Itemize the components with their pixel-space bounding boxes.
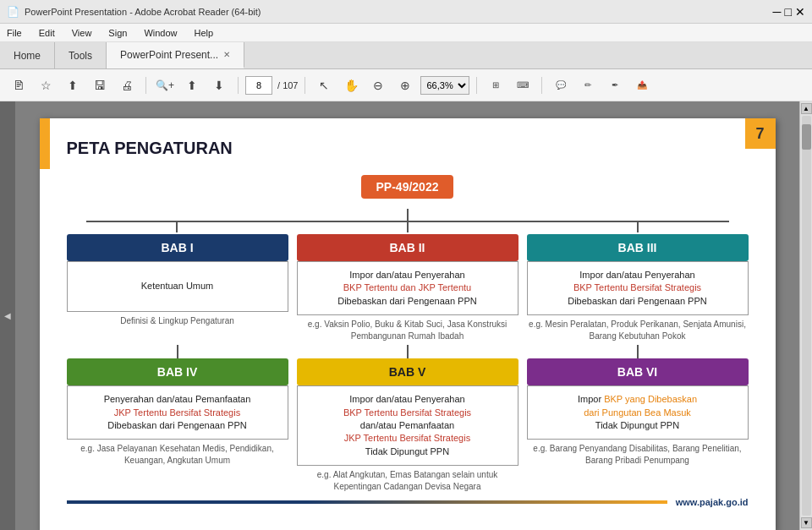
bab4-content: Penyerahan dan/atau Pemanfaatan JKP Tert… <box>67 385 288 440</box>
menu-bar: File Edit View Sign Window Help <box>0 24 812 42</box>
bab5-content: Impor dan/atau Penyerahan BKP Tertentu B… <box>297 385 518 466</box>
new-button[interactable]: 🖹 <box>7 74 30 96</box>
bab6-col: BAB VI Impor BKP yang Dibebaskan dari Pu… <box>527 358 749 492</box>
zoom-in-button[interactable]: 🔍+ <box>153 74 177 96</box>
menu-sign[interactable]: Sign <box>105 28 130 38</box>
share-button[interactable]: 📤 <box>630 74 654 96</box>
next-page-button[interactable]: ⬇ <box>207 74 231 96</box>
bab1-content: Ketentuan Umum <box>67 261 288 312</box>
print-button[interactable]: 🖨 <box>115 74 139 96</box>
v-drop-3 <box>637 221 639 232</box>
bab2-header: BAB II <box>297 234 518 261</box>
pp-box: PP-49/2022 <box>361 175 454 199</box>
menu-window[interactable]: Window <box>140 28 180 38</box>
separator-4 <box>476 77 477 94</box>
tab-tools[interactable]: Tools <box>55 42 107 68</box>
bab5-header: BAB V <box>297 358 518 385</box>
close-button[interactable]: ✕ <box>795 5 805 19</box>
bab4-header: BAB IV <box>67 358 288 385</box>
bab1-header: BAB I <box>67 234 288 261</box>
window-title: PowerPoint Presentation - Adobe Acrobat … <box>25 7 261 17</box>
bab2-content: Impor dan/atau Penyerahan BKP Tertentu d… <box>297 261 518 315</box>
bab2-col: BAB II Impor dan/atau Penyerahan BKP Ter… <box>297 234 518 341</box>
zoom-out-button[interactable]: ⊖ <box>366 74 390 96</box>
tab-home[interactable]: Home <box>0 42 55 68</box>
keyboard-button[interactable]: ⌨ <box>511 74 535 96</box>
page-number-badge: 7 <box>745 118 776 149</box>
bookmark-button[interactable]: ☆ <box>34 74 58 96</box>
bab6-header: BAB VI <box>527 358 749 385</box>
bab5-col: BAB V Impor dan/atau Penyerahan BKP Tert… <box>297 358 518 492</box>
v-connector-top <box>407 209 409 221</box>
enhance-button[interactable]: ⊞ <box>484 74 508 96</box>
cursor-tool[interactable]: ↖ <box>312 74 336 96</box>
v-drop-1 <box>176 221 178 232</box>
bab4-eg: e.g. Jasa Pelayanan Kesehatan Medis, Pen… <box>67 443 288 466</box>
edit-button[interactable]: ✏ <box>576 74 600 96</box>
footer-bar <box>67 500 667 504</box>
prev-page-button[interactable]: ⬆ <box>180 74 204 96</box>
bab6-eg: e.g. Barang Penyandang Disabilitas, Bara… <box>527 443 749 466</box>
app-icon: 📄 <box>7 6 19 18</box>
minimize-button[interactable]: ─ <box>773 5 782 19</box>
title-bar: 📄 PowerPoint Presentation - Adobe Acroba… <box>0 0 812 24</box>
page-title: PETA PENGATURAN <box>67 139 749 158</box>
bab3-eg: e.g. Mesin Peralatan, Produk Perikanan, … <box>527 319 749 341</box>
top-row: BAB I Ketentuan Umum Definisi & Lingkup … <box>67 234 749 341</box>
separator-3 <box>304 77 305 94</box>
scroll-bar: ▲ ▼ <box>799 101 812 530</box>
save-button[interactable]: 🖫 <box>88 74 112 96</box>
toolbar: 🖹 ☆ ⬆ 🖫 🖨 🔍+ ⬆ ⬇ / 107 ↖ ✋ ⊖ ⊕ 66,3% 50%… <box>0 69 812 101</box>
separator-2 <box>238 77 239 94</box>
zoom-in-btn2[interactable]: ⊕ <box>393 74 417 96</box>
scroll-thumb[interactable] <box>802 124 811 150</box>
comment-button[interactable]: 💬 <box>549 74 573 96</box>
bab6-content: Impor BKP yang Dibebaskan dari Pungutan … <box>527 385 749 440</box>
upload-button[interactable]: ⬆ <box>61 74 85 96</box>
bab4-col: BAB IV Penyerahan dan/atau Pemanfaatan J… <box>67 358 288 492</box>
mid-connectors <box>67 345 749 358</box>
menu-view[interactable]: View <box>69 28 96 38</box>
left-panel: ◀ <box>0 101 15 530</box>
scroll-down-button[interactable]: ▼ <box>801 517 812 528</box>
footer-url: www.pajak.go.id <box>676 497 749 507</box>
maximize-button[interactable]: □ <box>785 5 792 19</box>
content-area: ◀ 7 PETA PENGATURAN PP-49/2022 <box>0 101 812 530</box>
bab3-header: BAB III <box>527 234 749 261</box>
menu-help[interactable]: Help <box>191 28 217 38</box>
menu-edit[interactable]: Edit <box>36 28 58 38</box>
v-drop-2 <box>407 221 409 232</box>
zoom-selector[interactable]: 66,3% 50% 75% 100% <box>420 76 469 95</box>
tab-powerpoint[interactable]: PowerPoint Present... ✕ <box>107 42 244 68</box>
left-accent <box>40 118 50 169</box>
left-nav-arrow[interactable]: ◀ <box>4 311 11 320</box>
bab1-eg: Definisi & Lingkup Pengaturan <box>120 315 234 327</box>
menu-file[interactable]: File <box>3 28 25 38</box>
tab-close-icon[interactable]: ✕ <box>223 50 230 59</box>
page-container: 7 PETA PENGATURAN PP-49/2022 <box>15 101 799 530</box>
pdf-page: 7 PETA PENGATURAN PP-49/2022 <box>40 118 776 530</box>
bab5-eg: e.g. Alat Angkutan, Emas Batangan selain… <box>297 469 518 492</box>
page-total: / 107 <box>277 80 298 90</box>
separator-5 <box>541 77 542 94</box>
footer: www.pajak.go.id <box>67 497 749 507</box>
bab3-col: BAB III Impor dan/atau Penyerahan BKP Te… <box>527 234 749 341</box>
bab2-eg: e.g. Vaksin Polio, Buku & Kitab Suci, Ja… <box>297 319 518 341</box>
page-number-input[interactable] <box>245 76 272 95</box>
bab1-col: BAB I Ketentuan Umum Definisi & Lingkup … <box>67 234 288 341</box>
bab3-content: Impor dan/atau Penyerahan BKP Tertentu B… <box>527 261 749 315</box>
sign-button[interactable]: ✒ <box>603 74 627 96</box>
scroll-track[interactable] <box>802 116 811 516</box>
separator-1 <box>145 77 146 94</box>
bottom-row: BAB IV Penyerahan dan/atau Pemanfaatan J… <box>67 358 749 492</box>
hand-tool[interactable]: ✋ <box>339 74 363 96</box>
scroll-up-button[interactable]: ▲ <box>801 103 812 114</box>
tab-bar: Home Tools PowerPoint Present... ✕ <box>0 42 812 69</box>
h-connector-main <box>86 221 729 222</box>
